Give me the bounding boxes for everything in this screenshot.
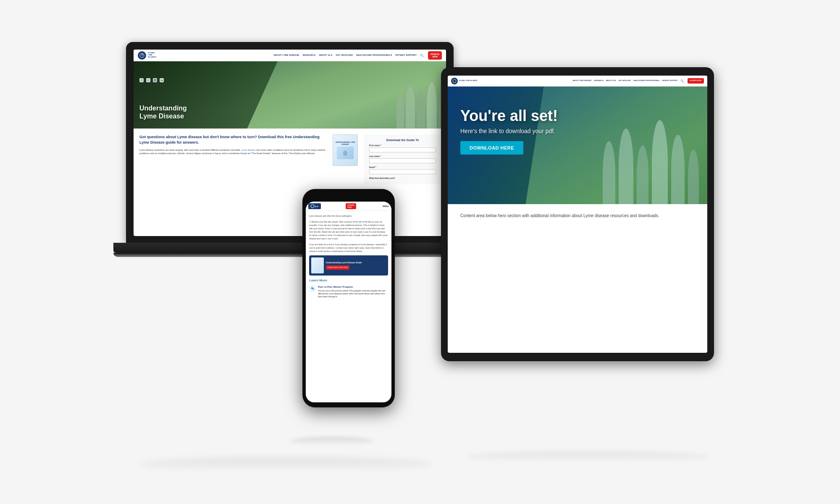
- laptop-screen-content: GLOBAL LYME ALLIANCE ABOUT LYME DISEASE …: [134, 50, 446, 236]
- tablet-logo-icon: [451, 78, 458, 84]
- phone-guide-title: Understanding Lyme Disease Guide: [326, 261, 362, 264]
- tablet-body-text: Content area below hero section with add…: [460, 213, 695, 219]
- nav-links: ABOUT LYME DISEASE RESEARCH ABOUT GLA GE…: [273, 54, 424, 57]
- phone-guide-image: [311, 257, 324, 273]
- phone-navbar: GLA DONATE NOW MENU: [306, 202, 391, 211]
- describe-label: What best describes you?: [369, 177, 436, 179]
- svg-point-3: [155, 79, 156, 80]
- phone-content-area: Lyme disease and other tick-borne pathog…: [306, 211, 391, 304]
- lastname-label: Last name *: [369, 155, 436, 158]
- nav-patient-support[interactable]: PATIENT SUPPORT: [396, 54, 417, 57]
- tablet-shadow: [466, 452, 710, 462]
- phone-body-text: 3. Monitor your bite site closely. Take …: [309, 220, 388, 240]
- email-input[interactable]: [369, 169, 436, 174]
- phone-text-pathogens: Lyme disease and other tick-borne pathog…: [309, 214, 388, 218]
- tablet-hero-title: You're all set!: [460, 108, 558, 124]
- tablet-screen-content: GLOBAL LYME ALLIANCE ABOUT LYME DISEASE …: [448, 76, 707, 353]
- nav-get-involved[interactable]: GET INVOLVED: [336, 54, 353, 57]
- phone-device: GLA DONATE NOW MENU Lyme disease and oth…: [302, 189, 395, 407]
- phone-text-symptoms: If you are bitten by a tick or if you de…: [309, 243, 387, 252]
- tablet-nav-patient-support[interactable]: PATIENT SUPPORT: [662, 79, 678, 83]
- phone-donate-button[interactable]: DONATE NOW: [346, 203, 356, 209]
- tablet-device: GLOBAL LYME ALLIANCE ABOUT LYME DISEASE …: [441, 67, 714, 361]
- phone-menu-label[interactable]: MENU: [383, 205, 389, 207]
- phone-guide-download-button[interactable]: DOWNLOAD GUIDE NOW: [326, 265, 349, 270]
- logo-text: GLOBAL LYME ALLIANCE: [148, 52, 156, 58]
- phone-guide-card: Understanding Lyme Disease Guide DOWNLOA…: [309, 255, 388, 276]
- nav-healthcare[interactable]: HEALTHCARE PROFESSIONALS: [356, 54, 392, 57]
- phone-notch: [336, 194, 361, 200]
- svg-point-6: [453, 79, 456, 83]
- tablet-main-content: Content area below hero section with add…: [448, 204, 707, 228]
- laptop-screen-frame: GLOBAL LYME ALLIANCE ABOUT LYME DISEASE …: [126, 42, 454, 244]
- social-icons: f t in: [139, 78, 164, 82]
- firstname-input[interactable]: [369, 147, 436, 152]
- laptop-shadow: [139, 458, 433, 470]
- laptop-main-content: UNDERSTANDING LYME DISEASE Got questions…: [134, 129, 446, 190]
- body-text: Lyme disease symptoms are wide-ranging, …: [139, 148, 358, 155]
- phone-feature-title: Peer to Peer Mentor Program: [318, 285, 388, 289]
- nav-research[interactable]: RESEARCH: [303, 54, 315, 57]
- tablet-frame: GLOBAL LYME ALLIANCE ABOUT LYME DISEASE …: [441, 67, 714, 361]
- tablet-hero-subtitle: Here's the link to download your pdf.: [460, 128, 558, 134]
- tablet-nav-get-involved[interactable]: GET INVOLVED: [618, 79, 630, 83]
- search-icon[interactable]: 🔍: [420, 54, 424, 57]
- twitter-icon[interactable]: t: [146, 78, 150, 82]
- phone-learn-more-heading: Learn More: [309, 278, 388, 284]
- svg-point-10: [313, 288, 314, 289]
- facebook-icon[interactable]: f: [139, 78, 144, 82]
- lastname-input[interactable]: [369, 158, 436, 163]
- laptop-logo: GLOBAL LYME ALLIANCE: [138, 51, 156, 60]
- logo-icon: [138, 51, 146, 60]
- laptop-hero-section: f t in Understanding Lyme Disease: [134, 61, 446, 129]
- svg-point-9: [311, 287, 313, 289]
- phone-frame: GLA DONATE NOW MENU Lyme disease and oth…: [302, 189, 395, 407]
- laptop-content-left: UNDERSTANDING LYME DISEASE Got questions…: [139, 134, 358, 184]
- laptop-hero-title: Understanding Lyme Disease: [139, 104, 187, 120]
- lyme-disease-link[interactable]: Lyme disease: [241, 149, 255, 151]
- tablet-navbar: GLOBAL LYME ALLIANCE ABOUT LYME DISEASE …: [448, 76, 707, 87]
- linkedin-icon[interactable]: in: [160, 78, 164, 82]
- tablet-nav-about-gla[interactable]: ABOUT GLA: [606, 79, 616, 83]
- phone-logo: GLA: [308, 203, 321, 209]
- tablet-nav-about-lyme[interactable]: ABOUT LYME DISEASE: [572, 79, 591, 83]
- phone-feature-item: Peer to Peer Mentor Program You are not …: [309, 285, 388, 299]
- phone-feature-content: Peer to Peer Mentor Program You are not …: [318, 285, 388, 299]
- phone-shadow: [290, 437, 374, 445]
- phone-screen-content: GLA DONATE NOW MENU Lyme disease and oth…: [306, 202, 391, 402]
- main-heading: Got questions about Lyme disease but don…: [139, 134, 358, 145]
- nav-about-gla[interactable]: ABOUT GLA: [319, 54, 332, 57]
- guide-image: UNDERSTANDING LYME DISEASE: [333, 134, 358, 166]
- tablet-hero: You're all set! Here's the link to downl…: [448, 87, 707, 204]
- svg-text:GLA: GLA: [315, 205, 318, 207]
- tablet-nav-links: ABOUT LYME DISEASE RESEARCH ABOUT GLA GE…: [572, 79, 684, 83]
- form-title: Download the Guide To: [369, 139, 436, 142]
- tablet-donate-button[interactable]: DONATE NOW: [688, 78, 704, 84]
- svg-point-7: [311, 205, 314, 208]
- svg-point-2: [155, 80, 155, 81]
- laptop-navbar: GLOBAL LYME ALLIANCE ABOUT LYME DISEASE …: [134, 50, 446, 61]
- download-here-button[interactable]: DOWNLOAD HERE: [460, 141, 523, 155]
- tablet-hero-text: You're all set! Here's the link to downl…: [460, 108, 558, 155]
- phone-guide-info: Understanding Lyme Disease Guide DOWNLOA…: [326, 261, 362, 270]
- laptop-base: [113, 243, 466, 253]
- laptop-device: GLOBAL LYME ALLIANCE ABOUT LYME DISEASE …: [126, 42, 454, 386]
- phone-body-text-2: If you are bitten by a tick or if you de…: [309, 243, 388, 253]
- firstname-label: First name *: [369, 144, 436, 147]
- hero-people-bg: [247, 61, 446, 129]
- instagram-icon[interactable]: [153, 78, 157, 82]
- email-label: Email *: [369, 166, 436, 168]
- phone-feature-description: You are not in this journey alone! This …: [318, 289, 388, 298]
- download-form: Download the Guide To First name * Last …: [365, 134, 440, 184]
- peer-mentor-icon: [309, 285, 316, 292]
- tablet-nav-research[interactable]: RESEARCH: [594, 79, 603, 83]
- tablet-logo-text: GLOBAL LYME ALLIANCE: [459, 80, 478, 82]
- svg-point-5: [344, 150, 346, 153]
- donate-button[interactable]: DONATE NOW: [428, 51, 442, 60]
- nav-about-lyme[interactable]: ABOUT LYME DISEASE: [273, 54, 299, 57]
- tablet-search-icon[interactable]: 🔍: [680, 79, 684, 83]
- tablet-nav-healthcare[interactable]: HEALTHCARE PROFESSIONALS: [633, 79, 660, 83]
